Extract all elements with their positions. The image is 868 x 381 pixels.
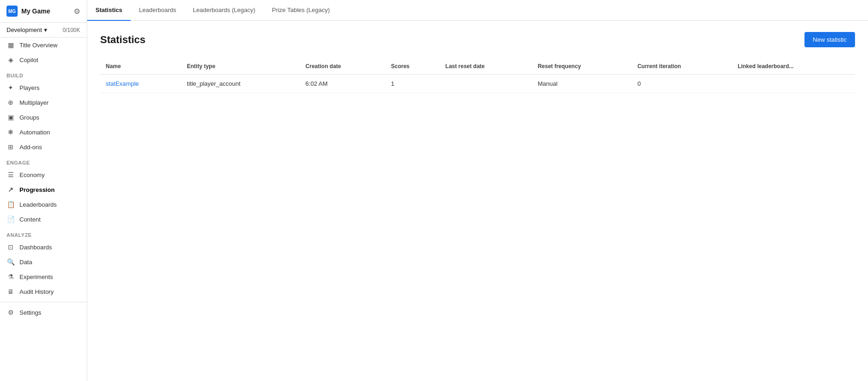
col-header-creation-date: Creation date bbox=[300, 58, 385, 75]
app-name: MG My Game bbox=[6, 6, 50, 17]
sidebar-item-content[interactable]: 📄 Content bbox=[0, 212, 87, 227]
sidebar-item-label: Progression bbox=[19, 186, 55, 193]
sidebar-item-label: Content bbox=[19, 216, 41, 223]
statistics-table: Name Entity type Creation date Scores La… bbox=[100, 58, 855, 93]
col-header-linked-leaderboard: Linked leaderboard... bbox=[732, 58, 855, 75]
chevron-down-icon: ▾ bbox=[44, 26, 47, 33]
page-header: Statistics New statistic bbox=[100, 32, 855, 47]
sidebar-divider bbox=[0, 302, 87, 302]
data-icon: 🔍 bbox=[6, 258, 15, 266]
tab-leaderboards[interactable]: Leaderboards bbox=[131, 0, 185, 21]
section-engage-label: ENGAGE bbox=[0, 154, 87, 167]
sidebar-item-settings[interactable]: ⚙ Settings bbox=[0, 305, 87, 320]
cell-last-reset-date bbox=[440, 75, 532, 93]
cell-reset-frequency: Manual bbox=[532, 75, 632, 93]
sidebar-item-progression[interactable]: ↗ Progression bbox=[0, 182, 87, 197]
sidebar-item-label: Dashboards bbox=[19, 244, 52, 251]
main-content: Statistics Leaderboards Leaderboards (Le… bbox=[87, 0, 868, 381]
table-body: statExample title_player_account 6:02 AM… bbox=[100, 75, 855, 93]
sidebar-item-label: Groups bbox=[19, 114, 39, 121]
app-logo: MG bbox=[6, 6, 18, 17]
sidebar-item-label: Settings bbox=[19, 309, 41, 316]
sidebar-item-automation[interactable]: ❋ Automation bbox=[0, 125, 87, 140]
sidebar-item-label: Leaderboards bbox=[19, 201, 57, 208]
audit-history-icon: 🖥 bbox=[6, 287, 15, 296]
players-icon: ✦ bbox=[6, 83, 15, 92]
page-title: Statistics bbox=[100, 34, 146, 46]
settings-icon: ⚙ bbox=[6, 308, 15, 317]
experiments-icon: ⚗ bbox=[6, 273, 15, 281]
sidebar-item-multiplayer[interactable]: ⊕ Multiplayer bbox=[0, 95, 87, 110]
cell-linked-leaderboard bbox=[732, 75, 855, 93]
tab-prize-tables-legacy[interactable]: Prize Tables (Legacy) bbox=[263, 0, 338, 21]
env-quota: 0/100K bbox=[63, 27, 80, 33]
chart-bar-icon: ▦ bbox=[6, 41, 15, 49]
env-name: Development bbox=[6, 26, 42, 33]
section-build-label: BUILD bbox=[0, 67, 87, 80]
sidebar-item-label: Copilot bbox=[19, 57, 38, 64]
content-icon: 📄 bbox=[6, 215, 15, 223]
dashboards-icon: ⊡ bbox=[6, 243, 15, 251]
sidebar-item-label: Audit History bbox=[19, 288, 54, 295]
copilot-icon: ◈ bbox=[6, 56, 15, 64]
sidebar-item-leaderboards[interactable]: 📋 Leaderboards bbox=[0, 197, 87, 212]
sidebar-item-economy[interactable]: ☰ Economy bbox=[0, 167, 87, 182]
automation-icon: ❋ bbox=[6, 128, 15, 136]
col-header-scores: Scores bbox=[385, 58, 440, 75]
sidebar-item-label: Automation bbox=[19, 129, 50, 136]
sidebar-item-label: Data bbox=[19, 259, 32, 266]
section-analyze-label: ANALYZE bbox=[0, 227, 87, 240]
multiplayer-icon: ⊕ bbox=[6, 98, 15, 107]
sidebar-item-addons[interactable]: ⊞ Add-ons bbox=[0, 140, 87, 154]
sidebar-item-label: Economy bbox=[19, 171, 45, 178]
sidebar-item-title-overview[interactable]: ▦ Title Overview bbox=[0, 38, 87, 52]
groups-icon: ▣ bbox=[6, 113, 15, 121]
table-row: statExample title_player_account 6:02 AM… bbox=[100, 75, 855, 93]
cell-scores: 1 bbox=[385, 75, 440, 93]
sidebar-item-copilot[interactable]: ◈ Copilot bbox=[0, 52, 87, 67]
economy-icon: ☰ bbox=[6, 171, 15, 179]
sidebar-item-label: Experiments bbox=[19, 273, 53, 280]
sidebar: MG My Game ⚙ Development ▾ 0/100K ▦ Titl… bbox=[0, 0, 87, 381]
sidebar-item-dashboards[interactable]: ⊡ Dashboards bbox=[0, 240, 87, 254]
environment-selector[interactable]: Development ▾ 0/100K bbox=[0, 23, 87, 38]
sidebar-item-data[interactable]: 🔍 Data bbox=[0, 254, 87, 269]
new-statistic-button[interactable]: New statistic bbox=[804, 32, 855, 47]
app-title: My Game bbox=[21, 7, 50, 15]
col-header-last-reset-date: Last reset date bbox=[440, 58, 532, 75]
sidebar-item-groups[interactable]: ▣ Groups bbox=[0, 110, 87, 125]
cell-name: statExample bbox=[100, 75, 181, 93]
tab-leaderboards-legacy[interactable]: Leaderboards (Legacy) bbox=[185, 0, 263, 21]
col-header-reset-frequency: Reset frequency bbox=[532, 58, 632, 75]
col-header-name: Name bbox=[100, 58, 181, 75]
cell-creation-date: 6:02 AM bbox=[300, 75, 385, 93]
col-header-current-iteration: Current iteration bbox=[632, 58, 732, 75]
top-tabs: Statistics Leaderboards Leaderboards (Le… bbox=[87, 0, 868, 21]
cell-entity-type: title_player_account bbox=[181, 75, 300, 93]
sidebar-item-label: Add-ons bbox=[19, 144, 42, 151]
progression-icon: ↗ bbox=[6, 185, 15, 194]
sidebar-item-audit-history[interactable]: 🖥 Audit History bbox=[0, 284, 87, 299]
stat-name-link[interactable]: statExample bbox=[106, 80, 139, 87]
leaderboards-icon: 📋 bbox=[6, 200, 15, 209]
env-label: Development ▾ bbox=[6, 26, 47, 33]
page-content: Statistics New statistic Name Entity typ… bbox=[87, 21, 868, 381]
tab-statistics[interactable]: Statistics bbox=[87, 0, 131, 21]
settings-icon-button[interactable]: ⚙ bbox=[74, 7, 80, 16]
cell-current-iteration: 0 bbox=[632, 75, 732, 93]
table-header: Name Entity type Creation date Scores La… bbox=[100, 58, 855, 75]
sidebar-item-players[interactable]: ✦ Players bbox=[0, 80, 87, 95]
sidebar-header: MG My Game ⚙ bbox=[0, 0, 87, 23]
sidebar-item-label: Players bbox=[19, 84, 39, 91]
sidebar-item-experiments[interactable]: ⚗ Experiments bbox=[0, 269, 87, 284]
addons-icon: ⊞ bbox=[6, 143, 15, 151]
col-header-entity-type: Entity type bbox=[181, 58, 300, 75]
sidebar-item-label: Multiplayer bbox=[19, 99, 49, 106]
sidebar-item-label: Title Overview bbox=[19, 42, 57, 49]
